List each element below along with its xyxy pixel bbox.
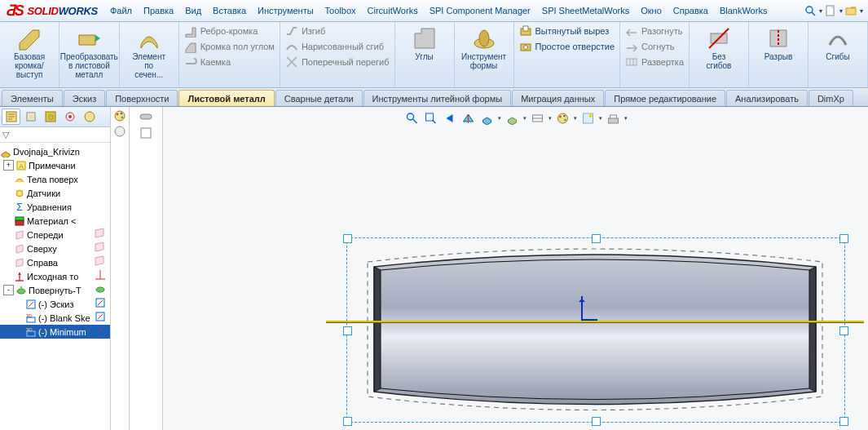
ribbon-base-flange[interactable]: Базоваякромка/выступ [0,22,59,87]
graphics-viewport[interactable]: ▾ ▾ ▾ ▾ ▾ ▾ [163,107,868,430]
fm-property-tab[interactable]: ⚙ [41,109,59,125]
revolve-small-icon[interactable] [94,283,108,295]
ribbon-fold[interactable]: Согнуть [623,39,685,54]
section-icon[interactable] [460,110,476,126]
open-doc-icon[interactable] [844,4,857,17]
ribbon-edge-flange[interactable]: Ребро-кромка [183,24,276,38]
sketch-small-icon[interactable] [94,311,108,323]
ribbon-no-bends[interactable]: Безсгибов [690,22,749,87]
tab-features[interactable]: Элементы [2,90,63,106]
plane-small-icon[interactable] [94,242,108,254]
ribbon-extruded-cut[interactable]: Вытянутый вырез [518,24,617,38]
tab-evaluate[interactable]: Анализировать [726,90,808,106]
menu-edit[interactable]: Правка [138,2,179,19]
prev-view-icon[interactable] [441,110,457,126]
ribbon-flat-pattern[interactable]: Развертка [623,55,685,69]
menu-spi-sheetmetal[interactable]: SPI SheetMetalWorks [536,2,635,19]
box-placeholder-icon[interactable] [139,126,153,140]
menu-insert[interactable]: Вставка [207,2,252,19]
menu-spi-component[interactable]: SPI Component Manager [424,2,536,19]
svg-rect-45 [140,114,152,119]
selection-bounding-box[interactable] [346,237,845,423]
resize-handle[interactable] [839,417,848,426]
sketch-small-icon[interactable] [94,325,108,337]
resize-handle[interactable] [592,234,601,243]
ribbon-col-fold: Разогнуть Согнуть Развертка [620,22,690,87]
svg-rect-9 [627,59,637,65]
ribbon-simple-hole[interactable]: Простое отверстие [518,39,617,54]
origin-small-icon[interactable] [94,269,108,281]
ribbon-miter-flange[interactable]: Кромка пол углом [183,39,276,54]
menu-window[interactable]: Окно [635,2,668,19]
menu-tools[interactable]: Инструменты [252,2,319,19]
menu-file[interactable]: Файл [104,2,138,19]
ribbon-convert-sm[interactable]: Преобразоватьв листовойметалл [59,22,120,87]
svg-point-25 [19,192,21,194]
feature-filter[interactable]: ▽ [0,127,110,143]
tab-direct-editing[interactable]: Прямое редактирование [605,90,725,106]
ribbon-sketched-bend[interactable]: Нарисованный сгиб [284,39,391,54]
fm-config-tab[interactable] [21,109,40,125]
resize-handle[interactable] [592,417,601,426]
tab-sketch[interactable]: Эскиз [64,90,105,106]
menu-help[interactable]: Справка [668,2,714,19]
ribbon-bends[interactable]: Сгибы [809,22,868,87]
annotations-icon: A [15,160,27,171]
flat-pattern-icon [625,55,638,69]
resize-handle[interactable] [839,326,848,335]
svg-point-55 [559,116,562,118]
sketch-small-icon[interactable] [94,297,108,309]
zoom-fit-icon[interactable] [403,110,420,126]
search-icon[interactable] [804,4,817,17]
ribbon-corners[interactable]: Углы [395,22,455,87]
fm-tree-tab[interactable] [2,109,20,125]
logo-works: WORKS [59,5,98,17]
tab-dimxpert[interactable]: DimXp [809,90,853,106]
new-doc-icon[interactable] [824,4,837,17]
hide-show-icon[interactable] [139,109,153,124]
resize-handle[interactable] [343,234,352,243]
tab-sheetmetal[interactable]: Листовой металл [178,90,274,106]
ribbon-rip[interactable]: Разрыв [749,22,809,87]
edit-appearance-icon[interactable] [554,110,571,126]
fm-target-tab[interactable] [60,109,79,125]
tab-data-migration[interactable]: Миграция данных [512,90,604,106]
feature-manager-panel: ⚙ ▽ Dvojnaja_Krivizn +AПримечани Тела по… [0,107,111,430]
collapse-toggle[interactable]: - [3,285,14,295]
no-bends-icon [706,25,732,51]
palette-icon-2[interactable] [113,125,126,138]
plane-small-icon[interactable] [94,228,108,240]
svg-point-36 [96,287,104,292]
apply-scene-icon[interactable] [579,110,596,126]
ribbon-col-bends: Изгиб Нарисованный сгиб Поперечный перег… [280,22,395,87]
tab-weldments[interactable]: Сварные детали [275,90,363,106]
ribbon-cross-break[interactable]: Поперечный перегиб [284,55,391,69]
fm-appearances-tab[interactable] [80,109,99,125]
menu-circuitworks[interactable]: CircuitWorks [362,2,424,19]
palette-icon-1[interactable] [113,109,126,122]
ribbon-jog[interactable]: Изгиб [284,24,391,38]
tab-mold-tools[interactable]: Инструменты литейной формы [364,90,512,106]
ribbon-col-cuts: Вытянутый вырез Простое отверстие [514,22,621,87]
loft-icon [136,25,162,51]
zoom-area-icon[interactable] [422,110,438,126]
expand-toggle[interactable]: + [3,160,14,171]
feature-tree[interactable]: Dvojnaja_Krivizn +AПримечани Тела поверх… [0,143,110,430]
resize-handle[interactable] [839,234,848,243]
menu-toolbox[interactable]: Toolbox [319,2,362,19]
view-orient-icon[interactable] [478,110,495,126]
ribbon-loft[interactable]: Элементпосечен... [120,22,179,87]
resize-handle[interactable] [343,326,352,335]
tab-surfaces[interactable]: Поверхности [106,90,178,106]
ribbon-hem[interactable]: Каемка [183,55,276,69]
ribbon-unfold[interactable]: Разогнуть [623,24,685,38]
hide-show-items-icon[interactable] [529,110,545,126]
view-settings-icon[interactable] [605,110,621,126]
plane-small-icon[interactable] [94,255,108,268]
menu-blankworks[interactable]: BlankWorks [714,2,773,19]
menu-view[interactable]: Вид [179,2,207,19]
svg-line-48 [412,119,416,123]
display-style-icon[interactable] [504,110,520,126]
resize-handle[interactable] [343,417,352,426]
ribbon-forming-tool[interactable]: Инструментформы [455,22,514,87]
